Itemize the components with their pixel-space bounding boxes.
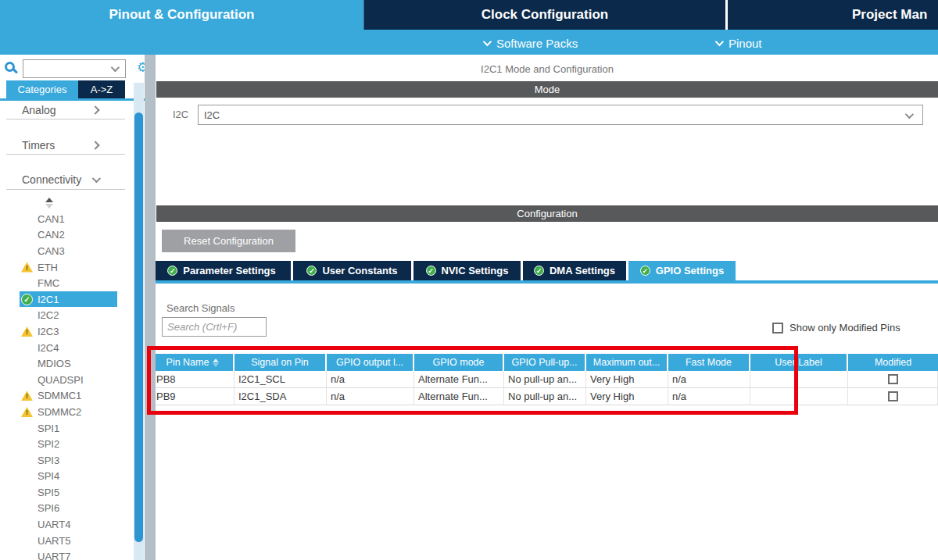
- show-only-modified-checkbox[interactable]: [772, 323, 783, 334]
- sidebar-item-can2[interactable]: CAN2: [0, 227, 133, 244]
- sidebar-item-i2c3[interactable]: !I2C3: [0, 323, 133, 340]
- column-header-modified[interactable]: Modified: [848, 354, 938, 371]
- panel-splitter[interactable]: [145, 55, 156, 560]
- search-icon: [5, 62, 15, 72]
- search-signals-input[interactable]: [162, 317, 267, 337]
- warning-icon: !: [21, 326, 33, 337]
- sidebar-item-label: SPI3: [38, 455, 59, 466]
- tab-a-to-z[interactable]: A->Z: [78, 80, 125, 98]
- sidebar-item-label: SPI4: [38, 470, 59, 482]
- warning-icon: !: [21, 391, 33, 401]
- tab-categories[interactable]: Categories: [6, 80, 78, 98]
- sidebar-item-can3[interactable]: CAN3: [0, 243, 133, 259]
- i2c-mode-select[interactable]: I2C: [198, 105, 923, 125]
- peripherals-sidebar: Categories A->Z Analog Timers Connectivi…: [0, 55, 145, 560]
- sidebar-item-label: I2C1: [38, 294, 59, 305]
- sidebar-item-label: SPI5: [38, 487, 59, 498]
- chevron-down-icon: [715, 37, 724, 46]
- software-packs-label: Software Packs: [496, 37, 578, 50]
- sidebar-item-spi5[interactable]: SPI5: [0, 484, 133, 501]
- stm32cubemx-window: Pinout & Configuration Clock Configurati…: [0, 0, 938, 560]
- tab-label: User Constants: [322, 265, 397, 276]
- column-header-label: Modified: [875, 357, 911, 368]
- show-only-modified-pins: Show only Modified Pins: [772, 322, 900, 334]
- reset-configuration-button[interactable]: Reset Configuration: [162, 230, 295, 252]
- sidebar-item-label: SPI1: [38, 423, 59, 434]
- tab-gpio-settings[interactable]: ✓GPIO Settings: [628, 261, 736, 280]
- category-connectivity[interactable]: Connectivity: [0, 172, 133, 187]
- tab-pinout-configuration[interactable]: Pinout & Configuration: [0, 0, 363, 30]
- tab-nvic-settings[interactable]: ✓NVIC Settings: [414, 261, 521, 280]
- sidebar-item-quadspi[interactable]: QUADSPI: [0, 372, 133, 388]
- pinout-dropdown[interactable]: Pinout: [715, 31, 762, 55]
- sidebar-item-label: ETH: [38, 262, 58, 273]
- sidebar-item-label: CAN1: [38, 213, 65, 225]
- sidebar-item-label: SPI2: [38, 438, 59, 450]
- sidebar-item-spi6[interactable]: SPI6: [0, 501, 133, 517]
- cell-modified: [848, 388, 938, 405]
- sidebar-item-spi3[interactable]: SPI3: [0, 452, 133, 469]
- sidebar-item-label: I2C4: [38, 342, 59, 354]
- sidebar-item-sdmmc1[interactable]: !SDMMC1: [0, 388, 133, 405]
- category-timers[interactable]: Timers: [0, 137, 133, 153]
- sidebar-item-i2c2[interactable]: I2C2: [0, 308, 133, 324]
- sidebar-item-spi4[interactable]: SPI4: [0, 469, 133, 485]
- sort-down-arrow: [45, 204, 53, 209]
- sidebar-item-i2c1[interactable]: ✓I2C1: [0, 291, 133, 308]
- sidebar-item-spi1[interactable]: SPI1: [0, 420, 133, 437]
- sidebar-item-label: I2C2: [38, 309, 59, 321]
- sidebar-item-label: QUADSPI: [38, 374, 84, 386]
- sidebar-item-fmc[interactable]: FMC: [0, 275, 133, 291]
- tab-user-constants[interactable]: ✓User Constants: [293, 261, 411, 280]
- chevron-down-icon: [483, 37, 492, 46]
- check-icon: ✓: [21, 294, 33, 305]
- category-analog[interactable]: Analog: [0, 102, 133, 118]
- sidebar-item-mdios[interactable]: MDIOS: [0, 355, 133, 372]
- chevron-down-icon: [92, 174, 101, 183]
- modified-checkbox[interactable]: [888, 391, 898, 401]
- scrollbar-thumb[interactable]: [134, 112, 143, 542]
- sidebar-item-uart4[interactable]: UART4: [0, 516, 133, 533]
- sidebar-item-can1[interactable]: CAN1: [0, 211, 133, 227]
- tab-label: Categories: [18, 84, 67, 95]
- main-panel: I2C1 Mode and Configuration Mode I2C I2C…: [156, 55, 938, 560]
- sidebar-item-label: SPI6: [38, 502, 59, 514]
- tab-label: A->Z: [91, 84, 113, 95]
- chevron-right-icon: [91, 105, 99, 114]
- sidebar-item-label: CAN2: [38, 229, 65, 241]
- sidebar-item-eth[interactable]: !ETH: [0, 259, 133, 276]
- tab-parameter-settings[interactable]: ✓Parameter Settings: [152, 261, 291, 280]
- check-icon: ✓: [306, 266, 317, 276]
- category-label: Analog: [22, 104, 56, 116]
- i2c-field-label: I2C: [173, 109, 188, 120]
- tab-dma-settings[interactable]: ✓DMA Settings: [523, 261, 626, 280]
- sidebar-item-uart5[interactable]: UART5: [0, 533, 133, 549]
- check-icon: ✓: [426, 266, 436, 276]
- check-icon: ✓: [167, 266, 177, 276]
- tab-project-manager[interactable]: Project Man: [728, 0, 938, 30]
- sort-toggle-icon[interactable]: [45, 198, 53, 209]
- peripheral-list: CAN1CAN2CAN3!ETHFMC✓I2C1I2C2!I2C3I2C4MDI…: [0, 211, 133, 560]
- modified-checkbox[interactable]: [888, 374, 898, 384]
- sidebar-item-label: SDMMC1: [38, 390, 81, 401]
- sidebar-item-uart7[interactable]: UART7: [0, 548, 133, 560]
- chevron-down-icon: [111, 63, 120, 72]
- divider: [6, 154, 125, 155]
- tab-clock-configuration[interactable]: Clock Configuration: [363, 0, 725, 30]
- check-icon: ✓: [534, 266, 544, 276]
- sidebar-item-i2c4[interactable]: I2C4: [0, 340, 133, 356]
- sidebar-scrollbar[interactable]: [134, 83, 144, 560]
- sidebar-tabs-underline: [0, 98, 145, 101]
- sidebar-item-sdmmc2[interactable]: !SDMMC2: [0, 404, 133, 420]
- sidebar-item-spi2[interactable]: SPI2: [0, 436, 133, 452]
- software-packs-dropdown[interactable]: Software Packs: [483, 31, 578, 55]
- sidebar-search-combobox[interactable]: [23, 59, 126, 78]
- sidebar-item-label: CAN3: [38, 245, 65, 257]
- mode-header-label: Mode: [535, 84, 560, 95]
- category-label: Timers: [22, 139, 55, 152]
- sort-up-arrow: [45, 198, 53, 202]
- highlight-rectangle: [147, 346, 798, 415]
- i2c-mode-value: I2C: [204, 109, 220, 121]
- warning-icon: !: [21, 262, 33, 273]
- sidebar-item-label: I2C3: [38, 326, 59, 337]
